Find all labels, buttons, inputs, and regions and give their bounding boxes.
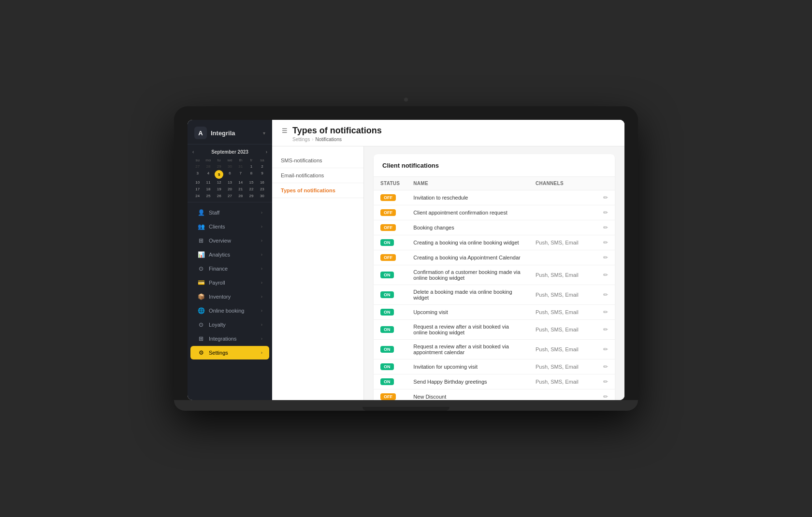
calendar-day[interactable]: 2 xyxy=(257,163,267,170)
status-badge[interactable]: On xyxy=(380,272,394,278)
calendar-day[interactable]: 10 xyxy=(192,179,203,186)
sidebar-item-staff[interactable]: 👤Staff› xyxy=(190,206,269,219)
status-badge[interactable]: Off xyxy=(380,224,396,231)
sidebar-item-payroll[interactable]: 💳Payroll› xyxy=(190,276,269,289)
calendar-day[interactable]: 27 xyxy=(225,193,235,199)
loyalty-icon: ⊙ xyxy=(197,321,205,328)
edit-icon[interactable]: ✏ xyxy=(603,209,608,216)
sidebar-item-online-booking[interactable]: 🌐Online booking› xyxy=(190,304,269,317)
sub-nav-email-notifications[interactable]: Email-notifications xyxy=(272,168,363,183)
calendar-day[interactable]: 7 xyxy=(235,170,246,179)
calendar-day[interactable]: 4 xyxy=(203,170,213,179)
content-area: SMS-notificationsEmail-notificationsType… xyxy=(272,146,624,400)
calendar-day[interactable]: 30 xyxy=(257,193,267,199)
calendar-day[interactable]: 13 xyxy=(225,179,235,186)
calendar-day[interactable]: 28 xyxy=(235,193,246,199)
edit-icon[interactable]: ✏ xyxy=(603,393,608,400)
edit-icon[interactable]: ✏ xyxy=(603,239,608,246)
sidebar-item-loyalty[interactable]: ⊙Loyalty› xyxy=(190,318,269,331)
calendar-day[interactable]: 18 xyxy=(203,186,213,192)
calendar-day[interactable]: 26 xyxy=(214,193,224,199)
status-badge[interactable]: Off xyxy=(380,194,396,201)
row-status-cell: On xyxy=(374,265,406,285)
row-status-cell: Off xyxy=(374,389,406,401)
edit-icon[interactable]: ✏ xyxy=(603,224,608,231)
status-badge[interactable]: On xyxy=(380,363,394,370)
sidebar-item-overview[interactable]: ⊞Overview› xyxy=(190,234,269,247)
edit-icon[interactable]: ✏ xyxy=(603,326,608,333)
status-badge[interactable]: On xyxy=(380,378,394,385)
calendar-day[interactable]: 17 xyxy=(192,186,203,192)
calendar-day[interactable]: 28 xyxy=(203,163,213,170)
calendar-day[interactable]: 14 xyxy=(235,179,246,186)
status-badge[interactable]: On xyxy=(380,346,394,353)
sidebar-logo[interactable]: A Integrila ▾ xyxy=(188,120,272,144)
calendar-prev-button[interactable]: ‹ xyxy=(192,149,194,155)
status-badge[interactable]: On xyxy=(380,309,394,316)
edit-icon[interactable]: ✏ xyxy=(603,254,608,261)
edit-icon[interactable]: ✏ xyxy=(603,291,608,298)
sidebar-item-settings[interactable]: ⚙Settings› xyxy=(190,346,269,359)
calendar-day[interactable]: 1 xyxy=(246,163,256,170)
sidebar-item-finance[interactable]: ⊙Finance› xyxy=(190,262,269,275)
edit-icon[interactable]: ✏ xyxy=(603,363,608,370)
row-name-cell: Creating a booking via online booking wi… xyxy=(406,235,529,250)
menu-icon[interactable]: ☰ xyxy=(282,127,288,134)
nav-item-label: Analytics xyxy=(209,252,257,258)
calendar-day[interactable]: 23 xyxy=(257,186,267,192)
status-badge[interactable]: On xyxy=(380,239,394,246)
sidebar-item-analytics[interactable]: 📊Analytics› xyxy=(190,248,269,261)
breadcrumb-settings[interactable]: Settings xyxy=(292,137,310,142)
calendar-day[interactable]: 6 xyxy=(225,170,235,179)
client-notifications-section: Client notifications StatusNameChannels … xyxy=(374,154,615,400)
status-badge[interactable]: Off xyxy=(380,209,396,216)
edit-icon[interactable]: ✏ xyxy=(603,194,608,201)
row-name-cell: Invitation for upcoming visit xyxy=(406,359,529,374)
row-status-cell: Off xyxy=(374,190,406,205)
calendar-day[interactable]: 22 xyxy=(246,186,256,192)
calendar-day[interactable]: 19 xyxy=(214,186,224,192)
calendar-day[interactable]: 16 xyxy=(257,179,267,186)
calendar-day[interactable]: 12 xyxy=(214,179,224,186)
edit-icon[interactable]: ✏ xyxy=(603,309,608,316)
calendar-day[interactable]: 8 xyxy=(246,170,256,179)
sub-nav-sms-notifications[interactable]: SMS-notifications xyxy=(272,153,363,168)
nav-chevron-icon: › xyxy=(261,280,262,285)
table-row: OffBooking changes✏ xyxy=(374,220,615,235)
calendar-day[interactable]: 15 xyxy=(246,179,256,186)
edit-icon[interactable]: ✏ xyxy=(603,378,608,385)
calendar-day[interactable]: 21 xyxy=(235,186,246,192)
calendar-day[interactable]: 29 xyxy=(214,163,224,170)
edit-icon[interactable]: ✏ xyxy=(603,272,608,278)
calendar-day[interactable]: 5 xyxy=(214,170,224,179)
table-column-status: Status xyxy=(374,177,406,190)
sub-nav-types-of-notifications[interactable]: Types of notifications xyxy=(272,183,363,198)
table-row: OnUpcoming visitPush, SMS, Email✏ xyxy=(374,305,615,320)
calendar-day[interactable]: 27 xyxy=(192,163,203,170)
calendar-day[interactable]: 24 xyxy=(192,193,203,199)
calendar-day[interactable]: 9 xyxy=(257,170,267,179)
calendar-day[interactable]: 31 xyxy=(235,163,246,170)
row-status-cell: On xyxy=(374,359,406,374)
calendar-day[interactable]: 29 xyxy=(246,193,256,199)
status-badge[interactable]: Off xyxy=(380,254,396,261)
calendar-day[interactable]: 11 xyxy=(203,179,213,186)
integrations-icon: ⊞ xyxy=(197,335,205,342)
status-badge[interactable]: On xyxy=(380,326,394,333)
sidebar-item-inventory[interactable]: 📦Inventory› xyxy=(190,290,269,303)
table-row: OnConfirmation of a customer booking mad… xyxy=(374,265,615,285)
calendar-day[interactable]: 25 xyxy=(203,193,213,199)
main-area: ☰ Types of notifications Settings › Noti… xyxy=(272,120,624,400)
calendar-next-button[interactable]: › xyxy=(266,149,267,155)
status-badge[interactable]: Off xyxy=(380,393,396,400)
calendar-day[interactable]: 30 xyxy=(225,163,235,170)
calendar-day[interactable]: 3 xyxy=(192,170,203,179)
row-name-cell: Booking changes xyxy=(406,220,529,235)
status-badge[interactable]: On xyxy=(380,291,394,298)
staff-icon: 👤 xyxy=(197,209,205,216)
edit-icon[interactable]: ✏ xyxy=(603,346,608,353)
sidebar-item-integrations[interactable]: ⊞Integrations› xyxy=(190,332,269,345)
camera xyxy=(404,98,408,101)
sidebar-item-clients[interactable]: 👥Clients› xyxy=(190,220,269,233)
calendar-day[interactable]: 20 xyxy=(225,186,235,192)
